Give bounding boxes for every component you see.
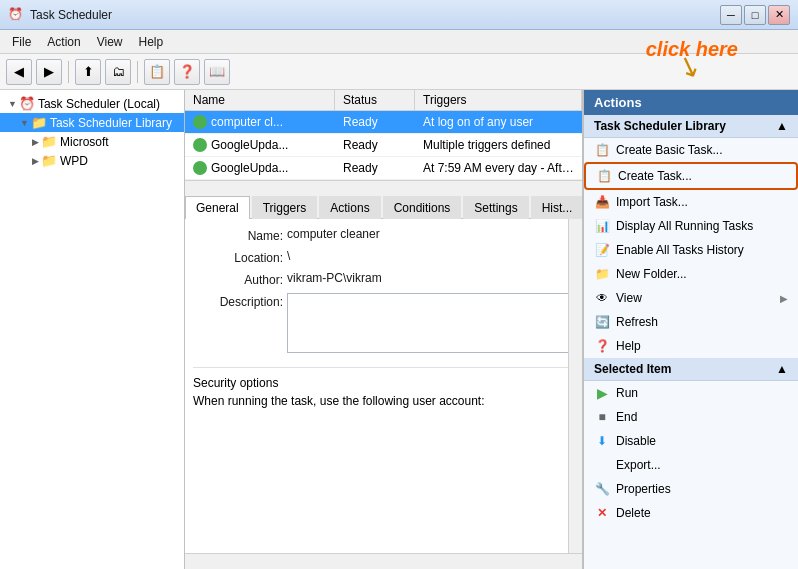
- tab-actions[interactable]: Actions: [319, 196, 380, 219]
- action-end[interactable]: ■ End: [584, 405, 798, 429]
- status-icon: [193, 161, 207, 175]
- tab-conditions[interactable]: Conditions: [383, 196, 462, 219]
- action-export[interactable]: Export...: [584, 453, 798, 477]
- expand-icon-ms: ▶: [32, 137, 39, 147]
- forward-button[interactable]: ▶: [36, 59, 62, 85]
- actions-section-library[interactable]: Task Scheduler Library ▲: [584, 115, 798, 138]
- tab-content-general: Name: computer cleaner Location: \ Autho…: [185, 219, 582, 553]
- main-container: ▼ ⏰ Task Scheduler (Local) ▼ 📁 Task Sche…: [0, 90, 798, 569]
- properties-label: Properties: [616, 482, 671, 496]
- location-label: Location:: [193, 249, 283, 265]
- col-status-header[interactable]: Status: [335, 90, 415, 110]
- action-new-folder[interactable]: 📁 New Folder...: [584, 262, 798, 286]
- action-help[interactable]: ❓ Help: [584, 334, 798, 358]
- location-field-row: Location: \: [193, 249, 574, 265]
- folder-icon-ms: 📁: [41, 134, 57, 149]
- menu-view[interactable]: View: [89, 33, 131, 51]
- run-label: Run: [616, 386, 638, 400]
- action-delete[interactable]: ✕ Delete: [584, 501, 798, 525]
- menu-action[interactable]: Action: [39, 33, 88, 51]
- folder-button[interactable]: 🗂: [105, 59, 131, 85]
- actions-section-selected[interactable]: Selected Item ▲: [584, 358, 798, 381]
- content-panel: Name Status Triggers computer cl... Read…: [185, 90, 583, 569]
- location-value: \: [287, 249, 290, 263]
- actions-header: Actions: [584, 90, 798, 115]
- table-row[interactable]: computer cl... Ready At log on of any us…: [185, 111, 582, 134]
- create-task-icon: 📋: [596, 168, 612, 184]
- tab-panel: General Triggers Actions Conditions Sett…: [185, 196, 582, 569]
- properties-button[interactable]: 📋: [144, 59, 170, 85]
- task-triggers-cell: At 7:59 AM every day - After triggered: [415, 159, 582, 177]
- display-running-label: Display All Running Tasks: [616, 219, 753, 233]
- tab-history[interactable]: Hist...: [531, 196, 583, 219]
- action-disable[interactable]: ⬇ Disable: [584, 429, 798, 453]
- action-import-task[interactable]: 📥 Import Task...: [584, 190, 798, 214]
- delete-icon: ✕: [594, 505, 610, 521]
- action-display-running[interactable]: 📊 Display All Running Tasks: [584, 214, 798, 238]
- help-button[interactable]: ❓: [174, 59, 200, 85]
- section-library-label: Task Scheduler Library: [594, 119, 726, 133]
- task-name-cell: GoogleUpda...: [185, 159, 335, 177]
- tab-settings[interactable]: Settings: [463, 196, 528, 219]
- action-enable-history[interactable]: 📝 Enable All Tasks History: [584, 238, 798, 262]
- back-button[interactable]: ◀: [6, 59, 32, 85]
- menu-bar: File Action View Help: [0, 30, 798, 54]
- description-label: Description:: [193, 293, 283, 309]
- app-icon: ⏰: [8, 7, 24, 23]
- maximize-button[interactable]: □: [744, 5, 766, 25]
- menu-file[interactable]: File: [4, 33, 39, 51]
- action-run[interactable]: ▶ Run: [584, 381, 798, 405]
- name-field-row: Name: computer cleaner: [193, 227, 574, 243]
- content-hscrollbar[interactable]: [185, 553, 582, 569]
- task-status-cell: Ready: [335, 113, 415, 131]
- tree-item-local[interactable]: ▼ ⏰ Task Scheduler (Local): [0, 94, 184, 113]
- submenu-arrow: ▶: [780, 293, 788, 304]
- tab-bar: General Triggers Actions Conditions Sett…: [185, 196, 582, 219]
- task-rows: computer cl... Ready At log on of any us…: [185, 111, 582, 180]
- action-create-task[interactable]: 📋 Create Task...: [584, 162, 798, 190]
- title-text: Task Scheduler: [30, 8, 720, 22]
- create-task-label: Create Task...: [618, 169, 692, 183]
- tab-general[interactable]: General: [185, 196, 250, 219]
- title-bar: ⏰ Task Scheduler ─ □ ✕: [0, 0, 798, 30]
- up-button[interactable]: ⬆: [75, 59, 101, 85]
- tree-item-library[interactable]: ▼ 📁 Task Scheduler Library: [0, 113, 184, 132]
- folder-icon-wpd: 📁: [41, 153, 57, 168]
- help-icon: ❓: [594, 338, 610, 354]
- action-view[interactable]: 👁 View ▶: [584, 286, 798, 310]
- refresh-icon: 🔄: [594, 314, 610, 330]
- description-input[interactable]: [287, 293, 574, 353]
- task-triggers-cell: Multiple triggers defined: [415, 136, 582, 154]
- action-create-basic-task[interactable]: 📋 Create Basic Task...: [584, 138, 798, 162]
- task-name-cell: GoogleUpda...: [185, 136, 335, 154]
- import-task-label: Import Task...: [616, 195, 688, 209]
- clock-icon: ⏰: [19, 96, 35, 111]
- menu-help[interactable]: Help: [131, 33, 172, 51]
- create-basic-icon: 📋: [594, 142, 610, 158]
- end-icon: ■: [594, 409, 610, 425]
- close-button[interactable]: ✕: [768, 5, 790, 25]
- table-row[interactable]: GoogleUpda... Ready Multiple triggers de…: [185, 134, 582, 157]
- action-properties[interactable]: 🔧 Properties: [584, 477, 798, 501]
- name-value: computer cleaner: [287, 227, 380, 241]
- tree-item-wpd[interactable]: ▶ 📁 WPD: [0, 151, 184, 170]
- tree-item-microsoft[interactable]: ▶ 📁 Microsoft: [0, 132, 184, 151]
- col-triggers-header[interactable]: Triggers: [415, 90, 582, 110]
- col-name-header[interactable]: Name: [185, 90, 335, 110]
- author-label: Author:: [193, 271, 283, 287]
- expand-icon: ▼: [8, 99, 17, 109]
- task-list-hscrollbar[interactable]: [185, 180, 582, 196]
- content-vscrollbar[interactable]: [568, 219, 582, 553]
- new-folder-label: New Folder...: [616, 267, 687, 281]
- enable-history-label: Enable All Tasks History: [616, 243, 744, 257]
- view-button[interactable]: 📖: [204, 59, 230, 85]
- minimize-button[interactable]: ─: [720, 5, 742, 25]
- view-label: View: [616, 291, 642, 305]
- window-controls: ─ □ ✕: [720, 5, 790, 25]
- tab-triggers[interactable]: Triggers: [252, 196, 318, 219]
- table-row[interactable]: GoogleUpda... Ready At 7:59 AM every day…: [185, 157, 582, 180]
- task-status-cell: Ready: [335, 159, 415, 177]
- status-icon: [193, 115, 207, 129]
- action-refresh[interactable]: 🔄 Refresh: [584, 310, 798, 334]
- expand-icon-library: ▼: [20, 118, 29, 128]
